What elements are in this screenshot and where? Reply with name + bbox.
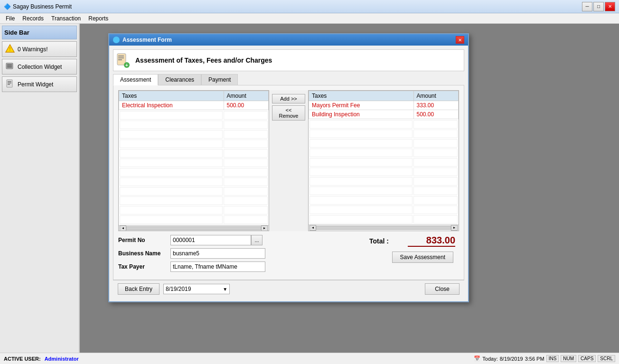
right-tax-name-0: Mayors Permit Fee	[309, 101, 414, 110]
total-label: Total :	[369, 237, 389, 245]
scrl-indicator: SCRL	[598, 355, 615, 362]
ins-indicator: INS	[546, 355, 559, 362]
minimize-button[interactable]: ─	[582, 2, 592, 11]
caps-indicator: CAPS	[578, 355, 596, 362]
total-row: Total : 833.00	[369, 235, 455, 247]
business-name-label: Business Name	[118, 250, 170, 257]
app-title: Sagay Business Permit	[13, 3, 582, 10]
table-row[interactable]: Building Inspection 500.00	[309, 110, 459, 119]
tables-row: Taxes Amount Electrical Inspection 500.0…	[118, 90, 459, 231]
right-table: Taxes Amount Mayors Permit Fee 333.00	[309, 91, 459, 119]
permit-browse-button[interactable]: ...	[251, 235, 263, 245]
current-time: 3:56 PM	[525, 356, 544, 362]
right-col-amount: Amount	[413, 91, 459, 101]
permit-widget-button[interactable]: Permit Widget	[2, 76, 77, 92]
modal-title-text: Assessment Form	[122, 37, 172, 43]
save-assessment-button[interactable]: Save Assessment	[392, 252, 453, 263]
form-section: Permit No ... Business Name Tax Payer	[118, 235, 287, 275]
status-bar: ACTIVE USER: Administrator 📅 Today: 8/19…	[0, 353, 619, 364]
date-dropdown-icon[interactable]: ▼	[223, 287, 227, 292]
svg-rect-2	[6, 63, 13, 69]
back-entry-button[interactable]: Back Entry	[118, 283, 159, 295]
tab-clearances[interactable]: Clearances	[158, 74, 201, 85]
modal-header-text: Assessment of Taxes, Fees and/or Charges	[135, 56, 272, 64]
left-scroll-track[interactable]	[126, 226, 261, 230]
right-amount-0: 333.00	[413, 101, 459, 110]
warning-icon: !	[5, 44, 15, 55]
form-total-row: Permit No ... Business Name Tax Payer	[118, 235, 459, 275]
modal-title-icon	[113, 37, 120, 43]
right-amount-1: 500.00	[413, 110, 459, 119]
warnings-button[interactable]: ! 0 Warnings!	[2, 41, 77, 57]
active-user-label: ACTIVE USER:	[4, 356, 41, 362]
total-save-section: Total : 833.00 Save Assessment	[287, 235, 459, 263]
svg-text:+: +	[125, 63, 128, 68]
menu-bar: File Records Transaction Reports	[0, 13, 619, 24]
business-name-input[interactable]	[170, 248, 265, 259]
collection-label: Collection Widget	[18, 64, 62, 70]
menu-reports[interactable]: Reports	[84, 14, 112, 23]
svg-rect-10	[118, 56, 124, 56]
close-app-button[interactable]: ✕	[605, 2, 615, 11]
left-scroll-left[interactable]: ◂	[120, 225, 126, 231]
window-controls: ─ □ ✕	[582, 2, 615, 11]
sidebar: Side Bar ! 0 Warnings! Collection Widget	[0, 24, 80, 353]
today-label: Today:	[482, 356, 497, 362]
tax-payer-input[interactable]	[170, 261, 265, 272]
maximize-button[interactable]: □	[593, 2, 604, 11]
menu-records[interactable]: Records	[19, 14, 47, 23]
right-scroll-right[interactable]: ▸	[451, 225, 458, 231]
right-scrollbar[interactable]: ◂ ▸	[309, 224, 459, 230]
tax-payer-label: Tax Payer	[118, 263, 170, 270]
svg-rect-6	[8, 81, 11, 82]
left-table: Taxes Amount Electrical Inspection 500.0…	[119, 91, 269, 110]
add-button[interactable]: Add >>	[272, 94, 305, 103]
sidebar-title: Side Bar	[2, 26, 77, 39]
tab-payment[interactable]: Payment	[201, 74, 238, 85]
permit-icon	[5, 79, 15, 90]
svg-text:!: !	[9, 47, 10, 52]
tab-assessment[interactable]: Assessment	[113, 74, 158, 85]
left-col-taxes: Taxes	[119, 91, 224, 101]
svg-rect-5	[7, 80, 12, 87]
num-indicator: NUM	[561, 355, 576, 362]
status-right: 📅 Today: 8/19/2019 3:56 PM INS NUM CAPS …	[474, 355, 615, 362]
left-table-container: Taxes Amount Electrical Inspection 500.0…	[118, 90, 269, 231]
collection-icon	[5, 61, 15, 72]
collection-widget-button[interactable]: Collection Widget	[2, 59, 77, 75]
warnings-label: 0 Warnings!	[18, 46, 48, 53]
date-picker[interactable]: 8/19/2019 ▼	[163, 284, 230, 294]
svg-rect-7	[8, 83, 11, 84]
close-button[interactable]: Close	[425, 283, 460, 295]
remove-button[interactable]: << Remove	[272, 105, 305, 121]
assessment-modal: Assessment Form ✕ +	[108, 33, 469, 302]
table-row[interactable]: Mayors Permit Fee 333.00	[309, 101, 459, 110]
menu-transaction[interactable]: Transaction	[47, 14, 84, 23]
right-empty-rows	[309, 119, 459, 224]
modal-bottom-bar: Back Entry 8/19/2019 ▼ Close	[113, 280, 464, 298]
business-name-row: Business Name	[118, 248, 287, 259]
app-icon: 🔷	[4, 3, 11, 10]
right-scroll-track[interactable]	[316, 226, 451, 230]
svg-rect-8	[8, 84, 10, 85]
modal-header: + Assessment of Taxes, Fees and/or Charg…	[113, 49, 464, 71]
left-scroll-right[interactable]: ▸	[261, 225, 268, 231]
left-col-amount: Amount	[224, 91, 269, 101]
today-date: 8/19/2019	[500, 356, 523, 362]
tax-payer-row: Tax Payer	[118, 261, 287, 272]
modal-close-x-button[interactable]: ✕	[456, 36, 464, 44]
table-row[interactable]: Electrical Inspection 500.00	[119, 101, 269, 110]
right-scroll-left[interactable]: ◂	[310, 225, 316, 231]
tab-content-assessment: Taxes Amount Electrical Inspection 500.0…	[113, 85, 464, 280]
svg-rect-11	[118, 57, 124, 58]
right-tax-name-1: Building Inspection	[309, 110, 414, 119]
permit-no-label: Permit No	[118, 237, 170, 243]
svg-rect-3	[7, 65, 12, 65]
content-area: Assessment Form ✕ +	[80, 24, 619, 353]
calendar-icon: 📅	[474, 355, 480, 362]
left-scrollbar[interactable]: ◂ ▸	[119, 225, 269, 231]
svg-rect-4	[7, 66, 12, 67]
menu-file[interactable]: File	[2, 14, 19, 23]
permit-label: Permit Widget	[18, 81, 53, 88]
permit-no-input[interactable]	[170, 235, 251, 245]
